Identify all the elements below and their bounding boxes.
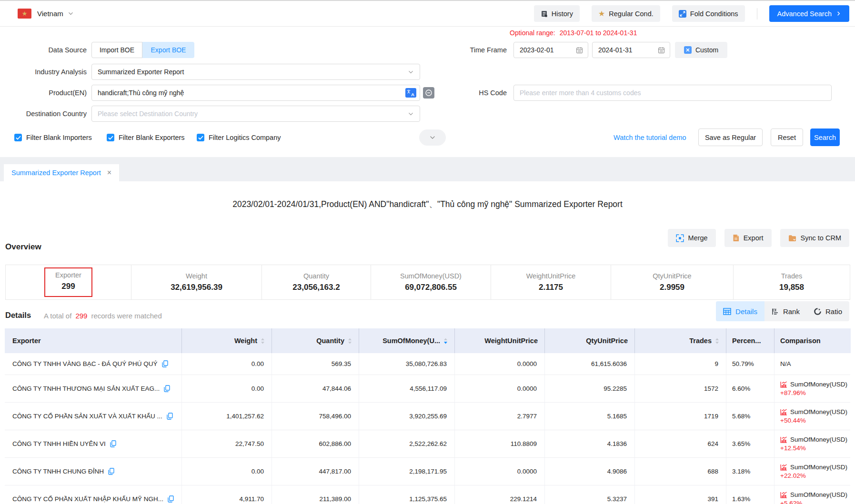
table-row[interactable]: CÔNG TY TNHH VÀNG BẠC - ĐÁ QUÝ PHÚ QUÝ 0…	[5, 353, 851, 375]
column-header-percent[interactable]: Percen...	[726, 328, 775, 353]
quantity-cell: 602,886.00	[272, 430, 359, 458]
tab-summarized-exporter-report[interactable]: Summarized Exporter Report ×	[4, 164, 119, 181]
view-details-label: Details	[735, 307, 757, 316]
column-header-trades[interactable]: Trades	[635, 328, 726, 353]
copy-icon[interactable]	[108, 468, 114, 475]
search-button[interactable]: Search	[810, 128, 840, 146]
chevron-right-icon	[836, 11, 841, 16]
export-boe-tab[interactable]: Export BOE	[142, 42, 194, 58]
destination-country-placeholder: Please select Destination Country	[98, 110, 198, 118]
country-selector-label[interactable]: Vietnam	[37, 10, 63, 18]
collapse-form-button[interactable]	[419, 129, 446, 146]
end-date-value: 2024-01-31	[598, 46, 633, 54]
fold-conditions-button[interactable]: Fold Conditions	[672, 5, 745, 22]
column-header-exporter[interactable]: Exporter	[5, 328, 182, 353]
sort-icon-active-desc[interactable]	[443, 338, 448, 344]
sync-to-crm-button[interactable]: Sync to CRM	[780, 229, 849, 247]
merge-label: Merge	[688, 234, 708, 242]
export-label: Export	[744, 234, 764, 242]
stat-value: 23,056,163.2	[292, 283, 340, 292]
advanced-search-button[interactable]: Advanced Search	[769, 5, 849, 22]
percent-cell: 1.63%	[726, 485, 775, 504]
table-row[interactable]: CÔNG TY TNHH CHUNG ĐỈNH 0.00 447,817.00 …	[5, 458, 851, 485]
table-row[interactable]: CÔNG TY TNHH THƯƠNG MẠI SẢN XUẤT EAG... …	[5, 375, 851, 403]
fold-conditions-label: Fold Conditions	[690, 10, 738, 18]
exporter-name[interactable]: CÔNG TY CỔ PHẦN SẢN XUẤT VÀ XUẤT KHẨU ..…	[12, 413, 162, 420]
exporter-name[interactable]: CÔNG TY TNHH CHUNG ĐỈNH	[12, 468, 104, 475]
stat-value: 2.1175	[539, 283, 563, 292]
chevron-down-icon[interactable]	[68, 10, 74, 17]
custom-icon	[684, 46, 692, 54]
start-date-input[interactable]: 2023-02-01	[513, 42, 588, 58]
comparison-metric: SumOfMoney(USD)	[790, 408, 847, 415]
quantity-cell: 211,389.00	[272, 485, 359, 504]
column-header-quantity[interactable]: Quantity	[272, 328, 359, 353]
copy-icon[interactable]	[110, 440, 116, 447]
stat-value: 299	[61, 282, 75, 291]
product-input[interactable]: handicraft;Thủ công mỹ nghệ A	[91, 85, 420, 101]
copy-icon[interactable]	[164, 385, 170, 392]
stat-value: 19,858	[779, 283, 804, 292]
industry-analysis-label: Industry Analysis	[0, 64, 87, 80]
table-header-row: Exporter Weight Quantity SumOfMoney(U...	[5, 328, 851, 353]
view-rank-tab[interactable]: Rank	[764, 301, 807, 321]
column-header-weight-unit-price[interactable]: WeightUnitPrice	[455, 328, 545, 353]
column-header-comparison[interactable]: Comparison	[775, 328, 850, 353]
column-header-qty-unit-price[interactable]: QtyUnitPrice	[545, 328, 635, 353]
regular-cond-button[interactable]: ★ Regular Cond.	[592, 5, 660, 22]
stat-value: 69,072,806.55	[405, 283, 457, 292]
table-row[interactable]: CÔNG TY CỔ PHẦN SẢN XUẤT VÀ XUẤT KHẨU ..…	[5, 403, 851, 430]
exporter-name[interactable]: CÔNG TY TNHH VÀNG BẠC - ĐÁ QUÝ PHÚ QUÝ	[12, 360, 158, 367]
comparison-metric: SumOfMoney(USD)	[790, 436, 847, 443]
sort-icon[interactable]	[348, 338, 352, 344]
save-as-regular-button[interactable]: Save as Regular	[698, 128, 763, 146]
sum-cell: 4,556,117.09	[359, 375, 455, 403]
trend-chart-icon	[780, 409, 787, 415]
tab-title: Summarized Exporter Report	[11, 169, 101, 177]
rank-icon	[772, 308, 779, 315]
sort-icon[interactable]	[715, 338, 719, 344]
view-ratio-tab[interactable]: Ratio	[807, 301, 849, 321]
merge-button[interactable]: Merge	[668, 229, 716, 247]
exporter-name[interactable]: CÔNG TY TNHH THƯƠNG MẠI SẢN XUẤT EAG...	[12, 385, 160, 392]
exporter-name[interactable]: CÔNG TY CỔ PHẦN XUẤT NHẬP KHẨU MỸ NGH...	[12, 495, 163, 503]
filter-blank-exporters-checkbox[interactable]: Filter Blank Exporters	[107, 129, 185, 146]
hs-code-placeholder: Please enter more than 4 customs codes	[520, 89, 641, 97]
tab-strip: Summarized Exporter Report ×	[0, 157, 855, 181]
history-label: History	[552, 10, 573, 18]
hs-code-input[interactable]: Please enter more than 4 customs codes	[513, 85, 832, 101]
table-row[interactable]: CÔNG TY TNHH HIỀN UYÊN VI 22,747.50 602,…	[5, 430, 851, 458]
industry-analysis-select[interactable]: Summarized Exporter Report	[91, 64, 420, 80]
destination-country-select[interactable]: Please select Destination Country	[91, 106, 420, 122]
tutorial-demo-link[interactable]: Watch the tutorial demo	[614, 129, 686, 147]
advanced-search-label: Advanced Search	[777, 10, 832, 18]
copy-icon[interactable]	[162, 360, 168, 367]
qty-unit-price-cell: 61,615.6036	[545, 353, 635, 375]
total-prefix: A total of	[44, 312, 71, 320]
copy-icon[interactable]	[168, 495, 174, 503]
column-header-sum-of-money[interactable]: SumOfMoney(U...	[359, 328, 455, 353]
filter-blank-importers-checkbox[interactable]: Filter Blank Importers	[14, 129, 92, 146]
trades-cell: 391	[635, 485, 726, 504]
export-button[interactable]: Export	[724, 229, 772, 247]
table-row[interactable]: CÔNG TY CỔ PHẦN XUẤT NHẬP KHẨU MỸ NGH...…	[5, 485, 851, 504]
column-header-weight[interactable]: Weight	[182, 328, 272, 353]
stat-label: Weight	[186, 272, 207, 280]
import-boe-tab[interactable]: Import BOE	[91, 42, 142, 58]
history-button[interactable]: History	[534, 5, 580, 22]
svg-text:A: A	[411, 92, 414, 97]
exporter-name[interactable]: CÔNG TY TNHH HIỀN UYÊN VI	[12, 440, 106, 447]
translate-icon[interactable]: A	[405, 88, 416, 98]
view-details-tab[interactable]: Details	[716, 301, 764, 321]
total-suffix: records were matched	[91, 312, 161, 320]
close-icon[interactable]: ×	[107, 169, 111, 177]
reset-button[interactable]: Reset	[771, 128, 803, 146]
copy-icon[interactable]	[167, 413, 173, 420]
stat-sum-of-money: SumOfMoney(USD) 69,072,806.55	[371, 265, 491, 299]
filter-logitics-company-checkbox[interactable]: Filter Logitics Company	[197, 129, 281, 146]
end-date-input[interactable]: 2024-01-31	[592, 42, 670, 58]
sort-icon[interactable]	[261, 338, 265, 344]
qty-unit-price-cell: 4.9086	[545, 458, 635, 485]
custom-range-button[interactable]: Custom	[675, 42, 727, 58]
optional-range-note: Optional range: 2013-07-01 to 2024-01-31	[510, 29, 637, 37]
